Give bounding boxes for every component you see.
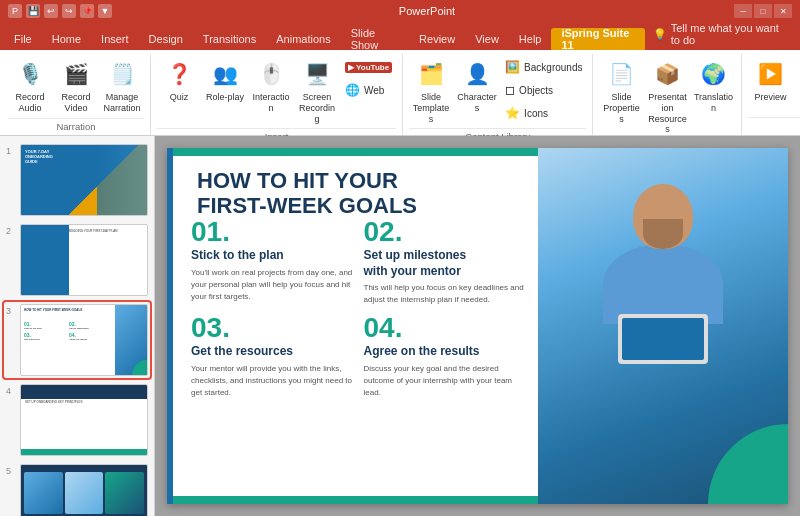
tab-animations[interactable]: Animations	[266, 28, 340, 50]
characters-label: Characters	[457, 92, 497, 114]
slide-photo-area	[538, 148, 788, 504]
ribbon: 🎙️ RecordAudio 🎬 RecordVideo 🗒️ ManageNa…	[0, 50, 800, 136]
slide-thumb-5[interactable]: 5 Reports Goals Results	[4, 462, 150, 516]
presentation-resources-button[interactable]: 📦 PresentationResources	[645, 56, 689, 137]
slide-image-1[interactable]: YOUR 7-DAYONBOARDINGGUIDE	[20, 144, 148, 216]
slide-item-4: 04. Agree on the results Discuss your ke…	[364, 314, 529, 399]
content-library-buttons: 🗂️ SlideTemplates 👤 Characters 🖼️ Backgr…	[409, 56, 586, 126]
quiz-icon: ❓	[163, 58, 195, 90]
slide-number-3: 3	[6, 304, 16, 316]
interaction-button[interactable]: 🖱️ Interaction	[249, 56, 293, 116]
slide-properties-label: SlideProperties	[601, 92, 641, 124]
item4-text: Discuss your key goal and the desired ou…	[364, 363, 529, 399]
record-video-button[interactable]: 🎬 RecordVideo	[54, 56, 98, 116]
slide3-item4: 04.Agree on results	[69, 332, 112, 341]
tab-review[interactable]: Review	[409, 28, 465, 50]
tell-me-bar[interactable]: 💡 Tell me what you want to do	[645, 18, 796, 50]
tab-view[interactable]: View	[465, 28, 509, 50]
tab-help[interactable]: Help	[509, 28, 552, 50]
slide-thumb-2[interactable]: 2 BUILDING YOUR FIRST-DAY PLAN	[4, 222, 150, 298]
role-play-label: Role-play	[206, 92, 244, 103]
preview-button[interactable]: ▶️ Preview	[748, 56, 792, 105]
redo-icon[interactable]: ↪	[62, 4, 76, 18]
slide5-photo2	[65, 472, 104, 514]
small-library-group: 🖼️ Backgrounds ◻ Objects ⭐ Icons	[501, 56, 586, 124]
icons-button[interactable]: ⭐ Icons	[501, 102, 586, 124]
youtube-button[interactable]: ▶ YouTube	[341, 56, 396, 78]
slide-item-3: 03. Get the resources Your mentor will p…	[191, 314, 356, 399]
slide-number-5: 5	[6, 464, 16, 476]
web-label: Web	[364, 85, 384, 96]
slide4-header	[21, 385, 147, 399]
undo-icon[interactable]: ↩	[44, 4, 58, 18]
web-button[interactable]: 🌐 Web	[341, 79, 396, 101]
screen-recording-button[interactable]: 🖥️ ScreenRecording	[295, 56, 339, 126]
presentation-resources-icon: 📦	[651, 58, 683, 90]
publish-buttons: ▶️ Preview ⚙️ Player 📤 Publish	[748, 56, 800, 115]
ribbon-group-narration: 🎙️ RecordAudio 🎬 RecordVideo 🗒️ ManageNa…	[2, 54, 151, 135]
close-button[interactable]: ✕	[774, 4, 792, 18]
record-audio-button[interactable]: 🎙️ RecordAudio	[8, 56, 52, 116]
slide-number-1: 1	[6, 144, 16, 156]
tell-me-text: Tell me what you want to do	[671, 22, 788, 46]
tab-slideshow[interactable]: Slide Show	[341, 28, 409, 50]
minimize-button[interactable]: ─	[734, 4, 752, 18]
slide-thumb-4[interactable]: 4 SET UP ONBOARDING KEY PRINCIPLES	[4, 382, 150, 458]
main-slide: HOW TO HIT YOURFIRST-WEEK GOALS 01. Stic…	[167, 148, 788, 504]
slide5-photos	[21, 472, 147, 514]
objects-label: Objects	[519, 85, 553, 96]
save-icon[interactable]: 💾	[26, 4, 40, 18]
slide5-photo3	[105, 472, 144, 514]
slide-image-3[interactable]: HOW TO HIT YOUR FIRST-WEEK GOALS 01.Stic…	[20, 304, 148, 376]
role-play-button[interactable]: 👥 Role-play	[203, 56, 247, 105]
slide-templates-button[interactable]: 🗂️ SlideTemplates	[409, 56, 453, 126]
slide-image-4[interactable]: SET UP ONBOARDING KEY PRINCIPLES	[20, 384, 148, 456]
objects-button[interactable]: ◻ Objects	[501, 79, 586, 101]
icons-icon: ⭐	[505, 106, 520, 120]
ribbon-group-insert: ❓ Quiz 👥 Role-play 🖱️ Interaction 🖥️ Scr…	[151, 54, 403, 135]
presentation-buttons: 📄 SlideProperties 📦 PresentationResource…	[599, 56, 735, 137]
tab-transitions[interactable]: Transitions	[193, 28, 266, 50]
backgrounds-label: Backgrounds	[524, 62, 582, 73]
item1-text: You'll work on real projects from day on…	[191, 267, 356, 303]
screen-recording-icon: 🖥️	[301, 58, 333, 90]
slide-main-area[interactable]: HOW TO HIT YOURFIRST-WEEK GOALS 01. Stic…	[155, 136, 800, 516]
web-icon: 🌐	[345, 83, 360, 97]
tab-insert[interactable]: Insert	[91, 28, 139, 50]
translation-button[interactable]: 🌍 Translation	[691, 56, 735, 116]
item2-title: Set up milestoneswith your mentor	[364, 248, 529, 279]
tab-design[interactable]: Design	[139, 28, 193, 50]
manage-narration-icon: 🗒️	[106, 58, 138, 90]
slide4-accent	[21, 449, 147, 455]
player-button[interactable]: ⚙️ Player	[794, 56, 800, 105]
person-head	[633, 184, 693, 249]
slide-thumb-3[interactable]: 3 HOW TO HIT YOUR FIRST-WEEK GOALS 01.St…	[4, 302, 150, 378]
manage-narration-label: ManageNarration	[103, 92, 140, 114]
preview-icon: ▶️	[754, 58, 786, 90]
narration-group-label: Narration	[8, 118, 144, 132]
characters-button[interactable]: 👤 Characters	[455, 56, 499, 116]
maximize-button[interactable]: □	[754, 4, 772, 18]
slide-title-area: HOW TO HIT YOURFIRST-WEEK GOALS	[197, 168, 417, 219]
item2-number: 02.	[364, 218, 529, 246]
slide-templates-label: SlideTemplates	[411, 92, 451, 124]
quiz-button[interactable]: ❓ Quiz	[157, 56, 201, 105]
slide5-photo1	[24, 472, 63, 514]
slide-thumb-1[interactable]: 1 YOUR 7-DAYONBOARDINGGUIDE	[4, 142, 150, 218]
ribbon-group-presentation: 📄 SlideProperties 📦 PresentationResource…	[593, 54, 742, 135]
slide1-text: YOUR 7-DAYONBOARDINGGUIDE	[25, 149, 53, 165]
slide-image-2[interactable]: BUILDING YOUR FIRST-DAY PLAN	[20, 224, 148, 296]
main-slide-title: HOW TO HIT YOURFIRST-WEEK GOALS	[197, 168, 417, 219]
backgrounds-button[interactable]: 🖼️ Backgrounds	[501, 56, 586, 78]
manage-narration-button[interactable]: 🗒️ ManageNarration	[100, 56, 144, 116]
pin-icon[interactable]: 📌	[80, 4, 94, 18]
slide-image-5[interactable]: Reports Goals Results	[20, 464, 148, 516]
preview-label: Preview	[754, 92, 786, 103]
ribbon-group-content-library: 🗂️ SlideTemplates 👤 Characters 🖼️ Backgr…	[403, 54, 593, 135]
tab-ispring[interactable]: iSpring Suite 11	[551, 28, 644, 50]
slide-properties-button[interactable]: 📄 SlideProperties	[599, 56, 643, 126]
tab-file[interactable]: File	[4, 28, 42, 50]
slide-panel[interactable]: 1 YOUR 7-DAYONBOARDINGGUIDE 2 BUILDING Y…	[0, 136, 155, 516]
more-icon[interactable]: ▼	[98, 4, 112, 18]
tab-home[interactable]: Home	[42, 28, 91, 50]
